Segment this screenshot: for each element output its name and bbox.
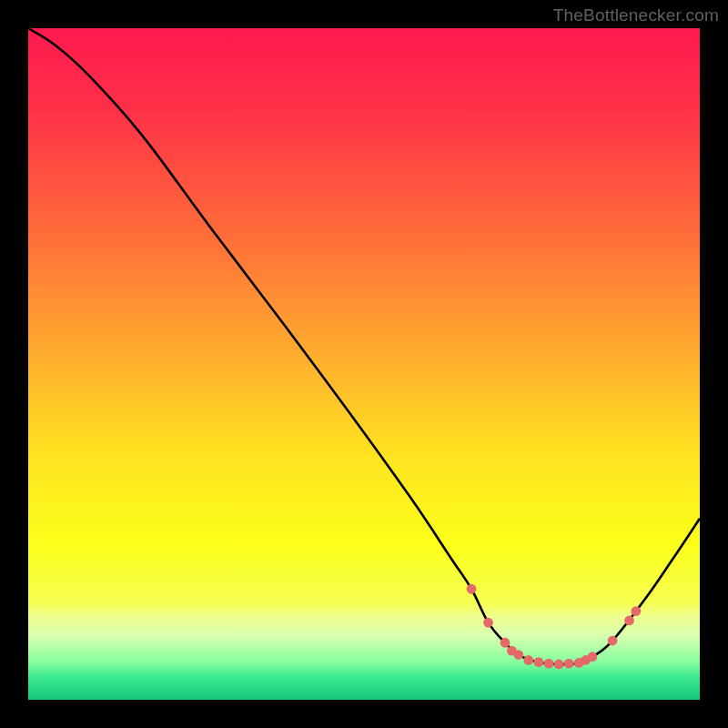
highlight-dot [588, 652, 598, 662]
watermark-text: TheBottlenecker.com [553, 5, 719, 25]
highlight-dot [467, 584, 477, 594]
highlight-dots-layer [28, 28, 700, 700]
highlight-dot [631, 606, 641, 616]
highlight-dot [608, 636, 618, 646]
highlight-dot [483, 618, 493, 628]
highlight-dot [533, 657, 543, 667]
highlight-dot [523, 655, 533, 665]
highlight-dot [564, 659, 574, 669]
highlight-dot [544, 659, 554, 669]
chart-frame: TheBottlenecker.com [0, 0, 728, 728]
plot-area [28, 28, 700, 700]
highlight-dot [624, 616, 634, 626]
highlight-dot [500, 638, 511, 648]
highlight-dot [554, 659, 564, 669]
highlight-dot [513, 650, 523, 660]
